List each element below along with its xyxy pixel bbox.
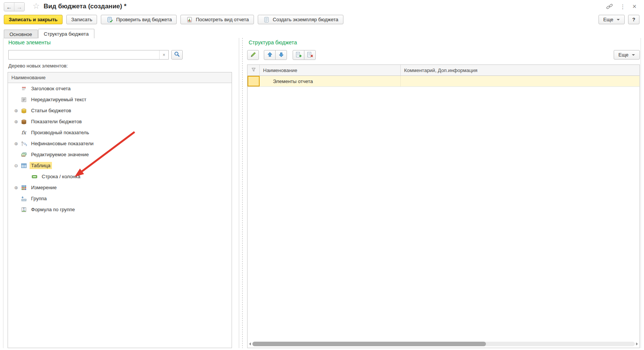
command-bar-right: Еще ? xyxy=(599,15,639,24)
group-icon xyxy=(20,196,28,201)
caret-down-icon xyxy=(632,54,635,56)
tree-item-static-text[interactable]: Нередактируемый текст xyxy=(8,94,232,105)
table-row[interactable]: Элементы отчета xyxy=(248,76,639,87)
tree-column-header: Наименование xyxy=(8,72,232,83)
create-budget-instance-button[interactable]: Создать экземпляр бюджета xyxy=(258,15,343,24)
name-column-header: Наименование xyxy=(260,65,401,75)
structure-toolbar xyxy=(247,50,316,60)
tree-caption: Дерево новых элементов: xyxy=(8,63,68,69)
close-icon[interactable]: × xyxy=(632,3,636,10)
command-bar: Записать и закрыть Записать Проверить ви… xyxy=(4,14,639,25)
scroll-left-icon[interactable] xyxy=(249,342,251,345)
save-button[interactable]: Записать xyxy=(66,15,97,24)
tab-main[interactable]: Основное xyxy=(4,30,38,38)
tree-item-row-column[interactable]: Строка / колонка xyxy=(8,171,232,182)
save-and-close-button[interactable]: Записать и закрыть xyxy=(4,15,63,24)
document-icon xyxy=(263,17,271,23)
back-arrow-icon: ← xyxy=(6,4,12,10)
selected-cell[interactable] xyxy=(248,76,260,86)
move-down-button[interactable] xyxy=(275,50,287,60)
expander-plus-icon[interactable]: ⊕ xyxy=(13,108,20,113)
expander-plus-icon[interactable]: ⊕ xyxy=(13,119,20,124)
edit-button[interactable] xyxy=(247,50,259,60)
help-button[interactable]: ? xyxy=(628,15,639,24)
row-column-icon xyxy=(30,174,38,179)
numeric-axis-icon: 123 xyxy=(20,141,28,146)
left-panel-border xyxy=(3,38,3,348)
table-header-row: Наименование Комментарий, Доп.информация xyxy=(248,65,639,76)
window-icons: ⋮ × xyxy=(606,3,636,10)
move-up-button[interactable] xyxy=(264,50,276,60)
sigma-formula-icon: Σ xyxy=(20,207,28,212)
forward-arrow-icon: → xyxy=(17,4,22,10)
report-chart-icon xyxy=(185,17,193,23)
move-buttons xyxy=(264,50,287,60)
scrollbar-thumb[interactable] xyxy=(252,342,486,346)
check-budget-view-button[interactable]: Проверить вид бюджета xyxy=(101,15,177,24)
down-arrow-icon xyxy=(278,52,284,59)
add-row-icon xyxy=(296,52,302,59)
scroll-right-icon[interactable] xyxy=(636,342,638,345)
editable-value-icon xyxy=(20,152,28,157)
selected-tree-label: Таблица xyxy=(30,162,52,169)
back-button[interactable]: ← xyxy=(4,3,14,11)
up-arrow-icon xyxy=(267,52,273,59)
scrollbar-track[interactable] xyxy=(252,342,635,346)
horizontal-scrollbar[interactable] xyxy=(249,341,638,347)
view-report-button[interactable]: Посмотреть вид отчета xyxy=(180,15,254,24)
expander-plus-icon[interactable]: ⊕ xyxy=(13,141,20,146)
search-button[interactable] xyxy=(171,50,183,60)
forward-button[interactable]: → xyxy=(14,3,24,11)
delete-row-icon xyxy=(307,52,313,59)
add-row-button[interactable] xyxy=(293,50,304,60)
tree-item-dimension[interactable]: ⊕ Измерение xyxy=(8,182,232,193)
tab-budget-structure[interactable]: Структура бюджета xyxy=(38,29,94,38)
static-text-icon xyxy=(20,97,28,102)
tree-item-nonfinancial-indicators[interactable]: ⊕ 123 Нефинансовые показатели xyxy=(8,138,232,149)
panel-splitter[interactable] xyxy=(242,38,243,348)
search-input[interactable] xyxy=(8,50,169,60)
tree-item-budget-items[interactable]: ⊕ Статьи бюджетов xyxy=(8,105,232,116)
tree-item-budget-indicators[interactable]: ⊕ Показатели бюджетов xyxy=(8,116,232,127)
delete-row-button[interactable] xyxy=(304,50,316,60)
svg-text:Σ: Σ xyxy=(22,207,25,211)
more-button-structure[interactable]: Еще xyxy=(614,50,640,60)
history-nav: ← → xyxy=(4,2,25,11)
gold-coins-icon xyxy=(20,108,28,113)
expander-minus-icon[interactable]: ⊖ xyxy=(13,163,20,168)
right-panel-border xyxy=(641,38,641,348)
row-edit-buttons xyxy=(293,50,316,60)
tree-item-derived-indicator[interactable]: fx Производный показатель xyxy=(8,127,232,138)
more-menu-icon[interactable]: ⋮ xyxy=(620,4,625,9)
expander-plus-icon[interactable]: ⊕ xyxy=(13,185,20,190)
report-title-icon xyxy=(20,86,28,91)
funnel-icon xyxy=(251,67,256,73)
fx-icon: fx xyxy=(20,130,28,135)
dimension-grid-icon xyxy=(20,185,28,190)
tree-item-group-formula[interactable]: Σ Формула по группе xyxy=(8,204,232,215)
caret-down-icon xyxy=(617,19,620,20)
title-bar: ← → ☆ Вид бюджета (создание) * ⋮ × xyxy=(0,0,644,13)
row-name-cell[interactable]: Элементы отчета xyxy=(260,76,401,86)
page-title: Вид бюджета (создание) * xyxy=(44,3,127,10)
check-document-icon xyxy=(106,17,114,23)
clear-search-icon[interactable]: × xyxy=(159,50,168,59)
new-elements-tree: Наименование Заголовок отчета Нередактир… xyxy=(8,72,232,348)
svg-text:3: 3 xyxy=(25,144,27,146)
comment-column-header: Комментарий, Доп.информация xyxy=(401,65,639,75)
pencil-icon xyxy=(250,52,256,59)
bronze-coins-icon xyxy=(20,119,28,124)
favorite-star-icon[interactable]: ☆ xyxy=(33,2,40,11)
tree-item-editable-value[interactable]: Редактируемое значение xyxy=(8,149,232,160)
element-type-column-header xyxy=(248,65,260,75)
table-icon xyxy=(20,163,28,168)
tree-item-group[interactable]: Группа xyxy=(8,193,232,204)
row-comment-cell[interactable] xyxy=(401,76,639,86)
tree-item-table[interactable]: ⊖ Таблица xyxy=(8,160,232,171)
get-link-icon[interactable] xyxy=(606,3,613,9)
search-row: × xyxy=(8,50,183,60)
search-field: × xyxy=(8,50,169,60)
more-button[interactable]: Еще xyxy=(599,15,625,24)
tree-item-report-title[interactable]: Заголовок отчета xyxy=(8,83,232,94)
panel-divider-line xyxy=(239,38,239,348)
